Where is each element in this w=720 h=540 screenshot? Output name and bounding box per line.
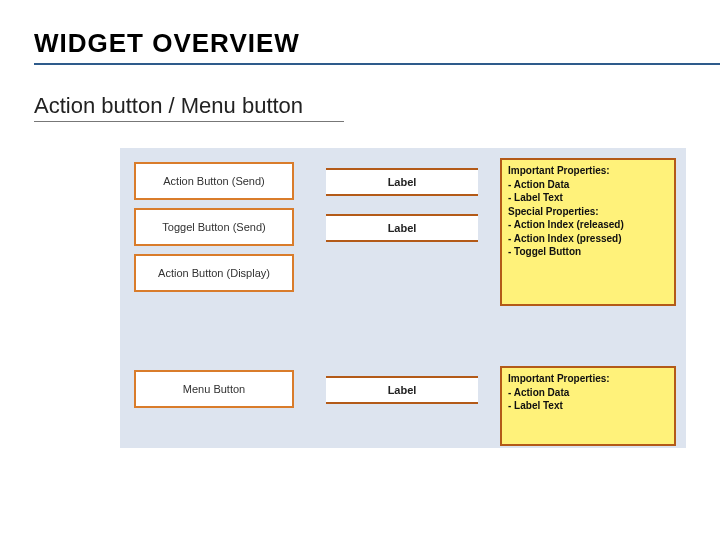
panel-line: - Action Index (pressed) [508, 232, 668, 246]
panel-line: - Label Text [508, 399, 668, 413]
menu-button[interactable]: Menu Button [134, 370, 294, 408]
action-button-display[interactable]: Action Button (Display) [134, 254, 294, 292]
properties-panel-action: Important Properties: - Action Data - La… [500, 158, 676, 306]
properties-panel-menu: Important Properties: - Action Data - La… [500, 366, 676, 446]
panel-line: - Toggel Button [508, 245, 668, 259]
label-field-3: Label [326, 376, 478, 404]
section-subtitle: Action button / Menu button [34, 93, 344, 122]
panel-line: - Action Data [508, 178, 668, 192]
action-button-send[interactable]: Action Button (Send) [134, 162, 294, 200]
panel-line: Important Properties: [508, 164, 668, 178]
panel-line: - Label Text [508, 191, 668, 205]
panel-line: - Action Data [508, 386, 668, 400]
label-field-1: Label [326, 168, 478, 196]
panel-line: - Action Index (released) [508, 218, 668, 232]
slide: WIDGET OVERVIEW Action button / Menu but… [0, 0, 720, 540]
label-field-2: Label [326, 214, 478, 242]
panel-line: Special Properties: [508, 205, 668, 219]
widget-stage: Action Button (Send) Toggel Button (Send… [120, 148, 686, 448]
panel-line: Important Properties: [508, 372, 668, 386]
page-title: WIDGET OVERVIEW [34, 28, 720, 65]
toggle-button-send[interactable]: Toggel Button (Send) [134, 208, 294, 246]
